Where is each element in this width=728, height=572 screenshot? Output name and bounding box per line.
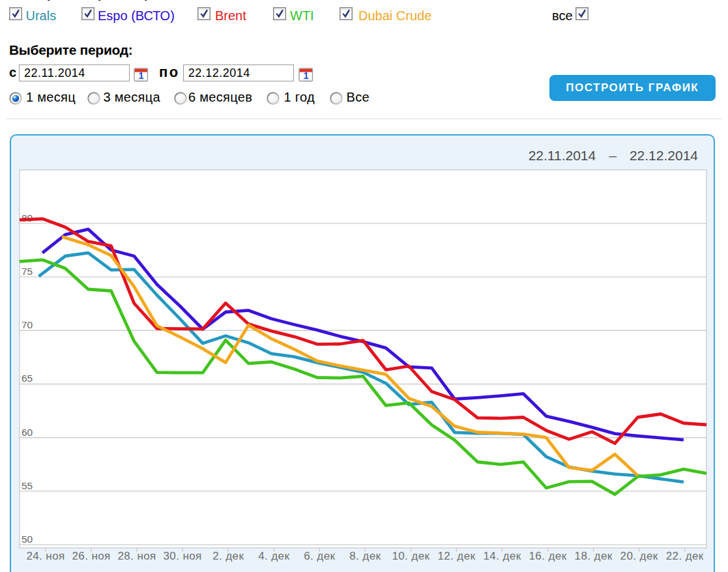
svg-text:12. дек: 12. дек [437,550,475,562]
svg-text:18. дек: 18. дек [575,550,613,562]
svg-text:75: 75 [22,266,33,277]
svg-text:16. дек: 16. дек [529,550,567,562]
svg-text:30. ноя: 30. ноя [163,550,201,562]
svg-text:60: 60 [22,427,33,438]
svg-text:2. дек: 2. дек [212,550,244,562]
svg-text:4. дек: 4. дек [258,550,289,562]
svg-text:80: 80 [22,212,33,223]
svg-text:55: 55 [22,480,33,491]
svg-text:14. дек: 14. дек [484,550,521,562]
svg-text:1: 1 [303,70,308,81]
svg-text:8. дек: 8. дек [349,550,381,562]
svg-text:6. дек: 6. дек [304,550,335,562]
svg-text:22. дек: 22. дек [666,550,704,562]
svg-text:50: 50 [22,534,33,545]
svg-text:24. ноя: 24. ноя [26,550,65,562]
svg-text:70: 70 [22,319,33,330]
svg-text:20. дек: 20. дек [620,550,658,562]
svg-text:65: 65 [22,373,33,384]
svg-text:10. дек: 10. дек [392,550,430,562]
svg-text:26. ноя: 26. ноя [72,550,110,562]
svg-text:1: 1 [138,70,143,81]
svg-text:28. ноя: 28. ноя [117,550,156,562]
